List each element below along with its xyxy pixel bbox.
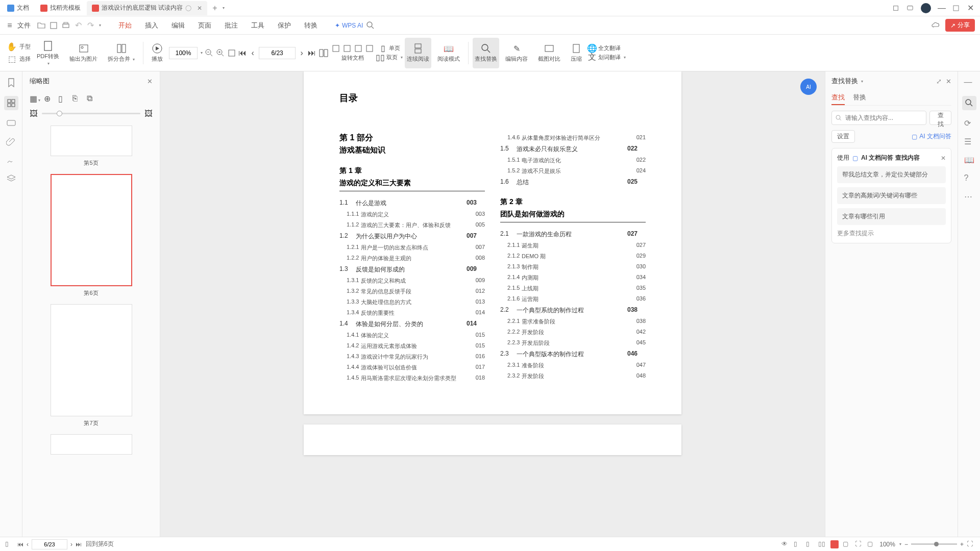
toc-row[interactable]: 1.4.5用马斯洛需求层次理论来划分需求类型018 <box>339 373 485 384</box>
history-dropdown-icon[interactable]: ▾ <box>99 23 101 28</box>
play-button[interactable]: 播放 <box>148 38 167 68</box>
toc-row[interactable]: 2.1.3制作期030 <box>500 262 646 272</box>
bookmark-icon[interactable] <box>6 78 16 88</box>
zoom-plus-icon[interactable]: + <box>960 541 964 548</box>
select-tool[interactable]: ⬚选择 <box>6 54 31 65</box>
more-icon[interactable]: ⋯ <box>964 192 974 202</box>
crop-1-icon[interactable] <box>331 44 340 53</box>
thumbnail-size-slider[interactable] <box>42 113 140 114</box>
toc-row[interactable]: 1.5.2游戏不只是娱乐024 <box>500 166 646 177</box>
wps-ai-button[interactable]: ✦ WPS AI <box>335 22 363 29</box>
continuous-read[interactable]: 连续阅读 <box>405 38 431 68</box>
add-page-icon[interactable]: ⊕ <box>44 94 52 102</box>
toc-row[interactable]: 1.3.4反馈的重要性014 <box>339 308 485 318</box>
minimize-icon[interactable]: — <box>938 5 945 12</box>
view-3-icon[interactable]: ▯▯ <box>818 540 826 548</box>
toc-row[interactable]: 1.2.2用户的体验是主观的008 <box>339 253 485 264</box>
fullscreen-icon[interactable]: ▢ <box>867 540 875 548</box>
sb-last-icon[interactable]: ⏭ <box>76 541 82 548</box>
maximize-icon[interactable] <box>952 5 960 12</box>
tab-replace[interactable]: 替换 <box>853 91 866 105</box>
toc-row[interactable]: 1.4体验是如何分层、分类的014 <box>339 318 485 330</box>
grid-icon[interactable]: ▦▾ <box>30 94 38 102</box>
prev-page-icon[interactable]: ‹ <box>249 47 257 59</box>
eye-icon[interactable]: 👁▾ <box>781 540 790 548</box>
toc-row[interactable]: 1.4.4游戏体验可以创造价值017 <box>339 362 485 373</box>
expand-icon[interactable]: ⛶ <box>967 540 975 548</box>
toc-row[interactable]: 1.2为什么要以用户为中心007 <box>339 231 485 242</box>
menu-protect[interactable]: 保护 <box>273 21 296 30</box>
menu-start[interactable]: 开始 <box>113 21 137 30</box>
search-icon[interactable] <box>366 21 375 30</box>
layers-icon[interactable] <box>6 173 16 184</box>
close-window-icon[interactable]: ✕ <box>967 5 974 12</box>
cloud-icon[interactable] <box>931 21 940 30</box>
toc-row[interactable]: 2.2.2开发阶段042 <box>500 327 646 338</box>
menu-annotate[interactable]: 批注 <box>219 21 243 30</box>
toc-row[interactable]: 1.1什么是游戏003 <box>339 197 485 209</box>
help-icon[interactable]: ? <box>964 173 974 184</box>
sb-prev-icon[interactable]: ‹ <box>27 541 29 548</box>
menu-tools[interactable]: 工具 <box>246 21 270 30</box>
save-icon[interactable] <box>49 21 58 30</box>
hand-tool[interactable]: ✋手型 <box>6 41 31 53</box>
split-merge[interactable]: 拆分合并 ▾ <box>104 38 139 68</box>
toc-row[interactable]: 1.3反馈是如何形成的009 <box>339 264 485 276</box>
next-page-icon[interactable]: › <box>298 47 306 59</box>
word-translate[interactable]: 文划词翻译▾ <box>588 54 626 62</box>
screenshot-compare[interactable]: 截图对比 <box>534 38 565 68</box>
view-2-icon[interactable]: ▯ <box>806 540 814 548</box>
toc-row[interactable]: 1.4.6从体量角度对体验进行简单区分021 <box>500 133 646 143</box>
file-menu[interactable]: 文件 <box>17 21 31 30</box>
zoom-dropdown-icon[interactable]: ▾ <box>201 51 203 55</box>
search-rail-icon[interactable] <box>962 96 976 110</box>
thumbnail-item[interactable]: 第6页 <box>22 174 160 297</box>
fit-icon[interactable]: ⛶ <box>855 540 863 548</box>
toc-row[interactable]: 2.1一款游戏的生命历程027 <box>500 229 646 240</box>
toc-row[interactable]: 1.3.1反馈的定义和构成009 <box>339 276 485 286</box>
tab-docs[interactable]: 文档 <box>2 1 34 15</box>
thumbnail-icon[interactable] <box>4 96 18 110</box>
zoom-input[interactable] <box>169 47 198 59</box>
ai-suggestion[interactable]: 帮我总结文章，并定位关键部分 <box>837 166 946 183</box>
zoom-minus-icon[interactable]: − <box>904 541 908 548</box>
copy-icon[interactable]: ⧉ <box>87 94 95 102</box>
ai-suggestion[interactable]: 文章有哪些引用 <box>837 208 946 225</box>
toc-row[interactable]: 1.4.1体验的定义015 <box>339 330 485 341</box>
rotate-doc[interactable]: 旋转文档 <box>341 54 364 62</box>
fit-width-icon[interactable] <box>227 48 236 58</box>
thumbnail-item[interactable] <box>22 434 160 455</box>
sb-first-icon[interactable]: ⏮ <box>17 541 23 548</box>
toc-row[interactable]: 1.3.2常见的信息反馈手段012 <box>339 286 485 297</box>
share-button[interactable]: ↗ 分享 <box>945 19 975 32</box>
thumbnail-list[interactable]: 第5页 第6页 第7页 <box>22 121 160 537</box>
thumbnail-item[interactable]: 第7页 <box>22 304 160 427</box>
crop-4-icon[interactable] <box>365 44 374 53</box>
ai-doc-qa-link[interactable]: ▢ AI 文档问答 <box>912 132 951 141</box>
toc-row[interactable]: 1.4.2运用游戏元素形成体验015 <box>339 341 485 352</box>
toc-row[interactable]: 2.2.1需求准备阶段038 <box>500 316 646 327</box>
pdf-convert[interactable]: PDF转换▾ <box>33 38 63 68</box>
full-translate[interactable]: 🌐全文翻译 <box>588 44 626 53</box>
view-1-icon[interactable]: ▯ <box>794 540 802 548</box>
pin-icon[interactable]: ⤢ <box>936 78 942 85</box>
toc-row[interactable]: 2.3.1准备阶段047 <box>500 360 646 371</box>
close-icon[interactable]: ✕ <box>946 78 951 85</box>
refresh-icon[interactable]: ⟳ <box>964 118 974 129</box>
undo-icon[interactable]: ↶ <box>74 21 83 30</box>
toc-row[interactable]: 1.1.1游戏的定义003 <box>339 209 485 220</box>
last-page-icon[interactable]: ⏭ <box>308 47 316 59</box>
page-input[interactable] <box>259 47 296 59</box>
toc-row[interactable]: 2.1.5上线期035 <box>500 283 646 294</box>
zoom-out-icon[interactable] <box>205 48 214 58</box>
tab-template[interactable]: 找稻壳模板 <box>35 1 86 15</box>
avatar[interactable] <box>921 3 931 13</box>
window-restore-icon[interactable] <box>892 5 899 12</box>
ai-suggestion[interactable]: 文章的高频词/关键词有哪些 <box>837 187 946 204</box>
collapse-icon[interactable]: — <box>964 78 974 88</box>
toc-row[interactable]: 1.1.2游戏的三大要素：用户、体验和反馈005 <box>339 220 485 231</box>
toc-row[interactable]: 2.1.2DEMO 期029 <box>500 251 646 262</box>
toc-row[interactable]: 2.3.2开发阶段048 <box>500 371 646 382</box>
page-tool-icon[interactable]: ▯ <box>58 94 66 102</box>
attachment-icon[interactable] <box>6 137 16 147</box>
